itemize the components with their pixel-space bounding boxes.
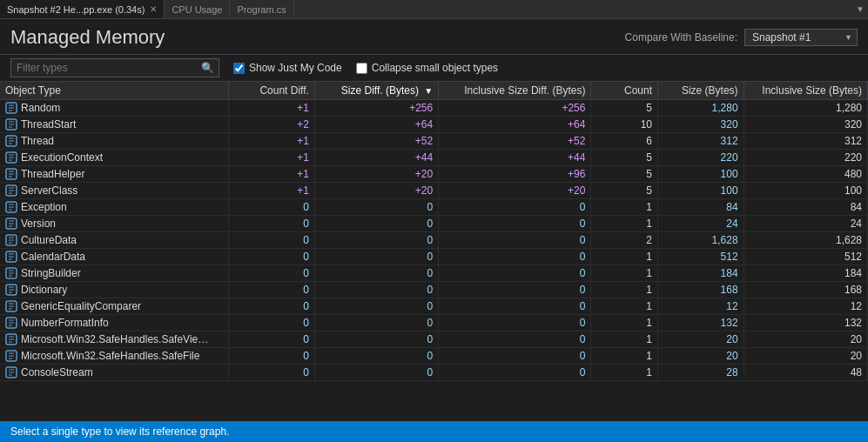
cell-size: 132 — [658, 315, 744, 332]
tab-program[interactable]: Program.cs — [230, 0, 293, 18]
col-header-count[interactable]: Count — [591, 82, 658, 100]
cell-size: 20 — [658, 332, 744, 348]
table-container: Object Type Count Diff. Size Diff. (Byte… — [0, 82, 868, 409]
cell-incl-size-diff: 0 — [439, 216, 591, 232]
cell-size: 1,628 — [658, 232, 744, 249]
cell-size: 512 — [658, 249, 744, 265]
cell-object-type: Microsoft.Win32.SafeHandles.SafeFile — [0, 348, 229, 365]
cell-object-type: ExecutionContext — [0, 150, 229, 166]
cell-size: 320 — [658, 117, 744, 133]
cell-count-diff: 0 — [229, 332, 315, 348]
cell-object-type: Microsoft.Win32.SafeHandles.SafeVie… — [0, 332, 229, 348]
search-icon: 🔍 — [197, 62, 219, 74]
cell-count: 10 — [591, 117, 658, 133]
cell-incl-size-diff: +20 — [439, 183, 591, 199]
cell-size-diff: 0 — [314, 249, 438, 265]
table-row[interactable]: ThreadHelper+1+20+965100480 — [0, 166, 868, 183]
cell-size-diff: 0 — [314, 199, 438, 216]
cell-incl-size-diff: 0 — [439, 282, 591, 298]
table-row[interactable]: CalendarData0001512512 — [0, 249, 868, 265]
tab-cpu-label: CPU Usage — [172, 4, 222, 15]
cell-size: 84 — [658, 199, 744, 216]
compare-baseline-select[interactable]: Snapshot #1 Snapshot #2 — [744, 29, 858, 46]
cell-incl-size-diff: 0 — [439, 265, 591, 282]
table-row[interactable]: ThreadStart+2+64+6410320320 — [0, 117, 868, 133]
cell-incl-size-diff: +256 — [439, 100, 591, 117]
col-header-object-type[interactable]: Object Type — [0, 82, 229, 100]
col-header-incl-size-diff[interactable]: Inclusive Size Diff. (Bytes) — [439, 82, 591, 100]
cell-object-type: ThreadStart — [0, 117, 229, 133]
page-title: Managed Memory — [10, 26, 165, 49]
table-row[interactable]: CultureData00021,6281,628 — [0, 232, 868, 249]
cell-incl-size: 132 — [744, 315, 867, 332]
cell-size-diff: 0 — [314, 315, 438, 332]
col-header-count-diff[interactable]: Count Diff. — [229, 82, 315, 100]
cell-incl-size: 312 — [744, 133, 867, 150]
table-row[interactable]: ExecutionContext+1+44+445220220 — [0, 150, 868, 166]
memory-table: Object Type Count Diff. Size Diff. (Byte… — [0, 82, 868, 381]
cell-size: 20 — [658, 348, 744, 365]
cell-object-type: ThreadHelper — [0, 166, 229, 183]
cell-object-type: StringBuilder — [0, 265, 229, 282]
cell-size-diff: 0 — [314, 348, 438, 365]
table-row[interactable]: GenericEqualityComparer00011212 — [0, 298, 868, 315]
table-row[interactable]: Microsoft.Win32.SafeHandles.SafeVie…0001… — [0, 332, 868, 348]
collapse-small-checkbox[interactable] — [356, 63, 367, 74]
table-header-row: Object Type Count Diff. Size Diff. (Byte… — [0, 82, 868, 100]
cell-object-type: ServerClass — [0, 183, 229, 199]
status-bar: Select a single type to view its referen… — [0, 421, 868, 442]
cell-object-type: Random — [0, 100, 229, 117]
page-header: Managed Memory Compare With Baseline: Sn… — [0, 19, 868, 55]
cell-count: 1 — [591, 282, 658, 298]
cell-count: 1 — [591, 348, 658, 365]
cell-count: 6 — [591, 133, 658, 150]
close-icon[interactable]: ✕ — [150, 4, 157, 14]
table-row[interactable]: StringBuilder0001184184 — [0, 265, 868, 282]
table-body: Random+1+256+25651,2801,280ThreadStart+2… — [0, 100, 868, 381]
cell-count: 2 — [591, 232, 658, 249]
table-row[interactable]: Exception00018484 — [0, 199, 868, 216]
cell-incl-size: 168 — [744, 282, 867, 298]
show-just-my-code-text: Show Just My Code — [249, 62, 342, 74]
sort-arrow-icon: ▼ — [424, 86, 433, 96]
table-row[interactable]: Microsoft.Win32.SafeHandles.SafeFile0001… — [0, 348, 868, 365]
table-row[interactable]: NumberFormatInfo0001132132 — [0, 315, 868, 332]
cell-count: 1 — [591, 199, 658, 216]
filter-input[interactable] — [11, 60, 197, 76]
table-row[interactable]: Version00012424 — [0, 216, 868, 232]
show-just-my-code-label[interactable]: Show Just My Code — [233, 62, 342, 74]
cell-size-diff: +256 — [314, 100, 438, 117]
cell-count: 1 — [591, 249, 658, 265]
cell-count-diff: +1 — [229, 183, 315, 199]
cell-size-diff: 0 — [314, 365, 438, 381]
cell-count: 5 — [591, 150, 658, 166]
cell-count-diff: 0 — [229, 282, 315, 298]
tab-snapshot2-label: Snapshot #2 He...pp.exe (0.34s) — [7, 4, 145, 15]
collapse-small-text: Collapse small object types — [372, 62, 498, 74]
cell-count-diff: +2 — [229, 117, 315, 133]
cell-object-type: NumberFormatInfo — [0, 315, 229, 332]
cell-incl-size: 24 — [744, 216, 867, 232]
table-row[interactable]: ConsoleStream00012848 — [0, 365, 868, 381]
cell-size-diff: +20 — [314, 166, 438, 183]
tab-overflow-arrow[interactable]: ▼ — [852, 0, 868, 18]
tab-snapshot2[interactable]: Snapshot #2 He...pp.exe (0.34s) ✕ — [0, 0, 165, 18]
cell-count-diff: +1 — [229, 166, 315, 183]
cell-incl-size: 48 — [744, 365, 867, 381]
cell-object-type: Thread — [0, 133, 229, 150]
col-header-size-diff[interactable]: Size Diff. (Bytes) ▼ — [314, 82, 438, 100]
table-row[interactable]: ServerClass+1+20+205100100 — [0, 183, 868, 199]
toolbar: 🔍 Show Just My Code Collapse small objec… — [0, 55, 868, 82]
cell-object-type: CalendarData — [0, 249, 229, 265]
show-just-my-code-checkbox[interactable] — [233, 63, 245, 74]
cell-incl-size: 320 — [744, 117, 867, 133]
tab-program-label: Program.cs — [237, 4, 286, 15]
table-row[interactable]: Dictionary0001168168 — [0, 282, 868, 298]
cell-size-diff: +64 — [314, 117, 438, 133]
collapse-small-label[interactable]: Collapse small object types — [356, 62, 498, 74]
tab-cpu[interactable]: CPU Usage — [165, 0, 230, 18]
table-row[interactable]: Random+1+256+25651,2801,280 — [0, 100, 868, 117]
table-row[interactable]: Thread+1+52+526312312 — [0, 133, 868, 150]
col-header-incl-size[interactable]: Inclusive Size (Bytes) — [744, 82, 867, 100]
col-header-size[interactable]: Size (Bytes) — [658, 82, 744, 100]
